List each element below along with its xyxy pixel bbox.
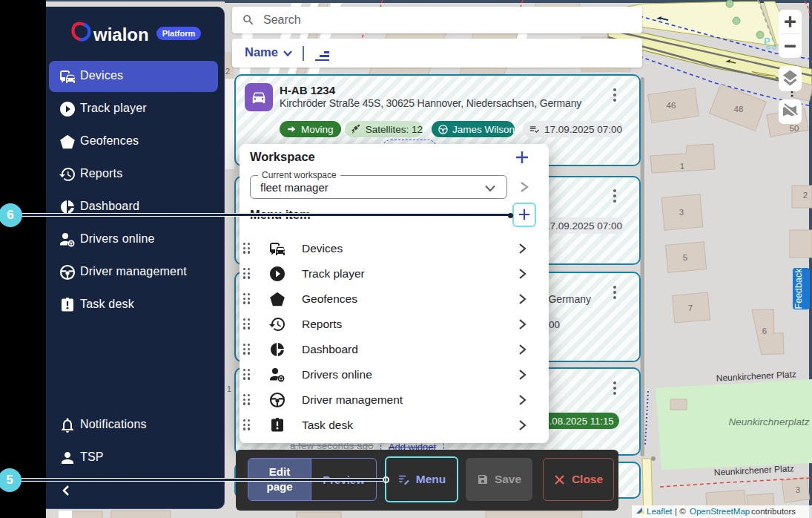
svg-text:1: 1 xyxy=(227,384,231,393)
svg-text:1: 1 xyxy=(680,162,684,171)
svg-text:Leaflet: Leaflet xyxy=(647,507,673,516)
svg-text:3: 3 xyxy=(679,208,684,217)
svg-text:6: 6 xyxy=(762,327,767,335)
svg-text:Feedback: Feedback xyxy=(793,268,804,309)
svg-text:2: 2 xyxy=(225,67,230,76)
svg-text:OpenStreetMap: OpenStreetMap xyxy=(690,507,750,516)
svg-text:Neunkirchnerplatz: Neunkirchnerplatz xyxy=(729,416,810,427)
svg-text:50: 50 xyxy=(790,124,799,133)
svg-text:P: P xyxy=(764,36,770,47)
svg-text:2: 2 xyxy=(803,191,808,200)
svg-text:| ©: | © xyxy=(675,507,686,516)
svg-text:contributors: contributors xyxy=(751,507,796,516)
svg-text:48: 48 xyxy=(734,105,744,114)
svg-text:5: 5 xyxy=(683,253,687,262)
svg-text:7: 7 xyxy=(688,304,693,312)
svg-text:3: 3 xyxy=(796,485,800,494)
svg-text:46: 46 xyxy=(667,101,676,110)
